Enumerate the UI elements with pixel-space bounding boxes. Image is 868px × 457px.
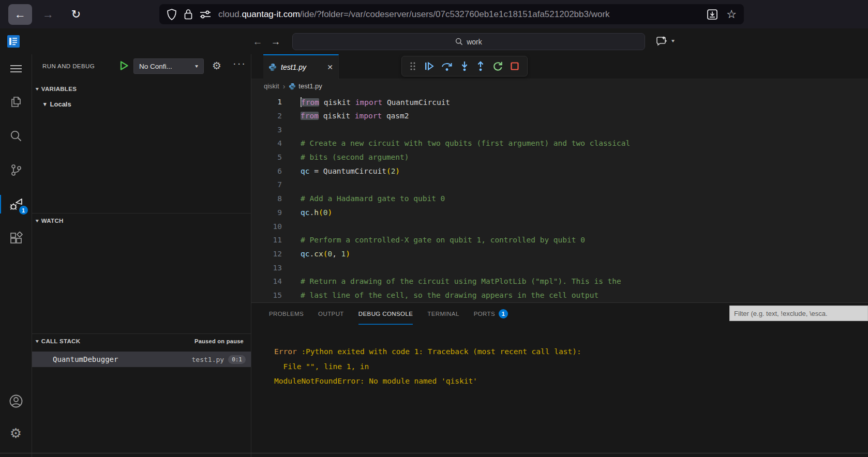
line-number: 13 (251, 264, 282, 272)
code-token: qasm2 (382, 112, 409, 120)
site-permissions-icon[interactable] (200, 10, 211, 19)
search-value: work (467, 38, 482, 46)
panel-tab-label: OUTPUT (318, 311, 344, 317)
code-line[interactable]: 10 (251, 219, 868, 233)
code-token: . (309, 250, 314, 258)
restart-button[interactable] (492, 61, 503, 71)
sidebar-item-extensions[interactable] (0, 226, 32, 251)
console-filter-input[interactable] (729, 306, 868, 321)
chevron-down-icon: ▾ (36, 86, 39, 92)
account-icon (9, 394, 23, 408)
code-editor[interactable]: 1from qiskit import QuantumCircuit2from … (251, 93, 868, 302)
call-stack-frame-row[interactable]: QuantumDebugger test1.py 0:1 (32, 352, 251, 367)
manage-settings-button[interactable]: ⚙ (0, 421, 32, 446)
step-over-button[interactable] (441, 61, 453, 71)
code-line[interactable]: 7 (251, 178, 868, 192)
code-token: # Return a drawing of the circuit using … (301, 277, 621, 285)
line-number: 9 (251, 208, 282, 217)
code-line[interactable]: 4# Create a new circuit with two qubits … (251, 136, 868, 150)
accounts-button[interactable] (0, 389, 32, 414)
forward-arrow-icon: → (42, 9, 54, 20)
code-line[interactable]: 3 (251, 123, 868, 136)
start-debug-button[interactable] (120, 61, 128, 70)
console-line: File "", line 1, in (274, 362, 868, 377)
code-line[interactable]: 1from qiskit import QuantumCircuit (251, 95, 868, 109)
tab-test1-py[interactable]: test1.py ✕ (263, 54, 339, 79)
sidebar-item-run-and-debug[interactable]: 1 (0, 192, 32, 217)
watch-section-header[interactable]: ▾ WATCH (32, 215, 251, 227)
panel-tab-output[interactable]: OUTPUT (318, 303, 344, 325)
paused-status: Paused on pause (194, 338, 244, 344)
line-content: # Perform a controlled-X gate on qubit 1… (301, 236, 585, 244)
sidebar-item-source-control[interactable] (0, 158, 32, 182)
code-token: qc (301, 167, 309, 175)
history-forward-button[interactable]: → (269, 35, 282, 49)
more-actions-button[interactable]: ··· (233, 57, 246, 69)
browser-back-button[interactable]: ← (8, 4, 32, 25)
step-into-button[interactable] (460, 61, 469, 71)
panel-tab-terminal[interactable]: TERMINAL (427, 303, 459, 325)
configure-gear-icon[interactable]: ⚙ (212, 59, 221, 72)
history-back-button[interactable]: ← (251, 35, 264, 49)
debug-toolbar (401, 56, 528, 77)
code-line[interactable]: 12qc.cx(0, 1) (251, 247, 868, 261)
browser-forward-button[interactable]: → (36, 4, 60, 25)
code-line[interactable]: 11# Perform a controlled-X gate on qubit… (251, 233, 868, 247)
code-server-logo (7, 35, 20, 48)
command-center-search[interactable]: work (292, 33, 645, 50)
panel-tab-ports[interactable]: PORTS1 (474, 303, 508, 325)
browser-reload-button[interactable]: ↻ (64, 4, 88, 25)
locals-tree-item[interactable]: ▾ Locals (43, 98, 71, 110)
code-line[interactable]: 15# last line of the cell, so the drawin… (251, 288, 868, 302)
bookmark-star-icon[interactable]: ☆ (726, 9, 737, 20)
line-number: 10 (251, 222, 282, 231)
breadcrumb-file[interactable]: test1.py (298, 82, 322, 90)
menu-button[interactable] (0, 57, 32, 80)
code-token: qiskit (319, 112, 355, 120)
address-bar[interactable]: cloud.quantag-it.com/ide/?folder=/var/co… (159, 4, 744, 24)
code-token: ( (319, 208, 323, 217)
line-content: qc.h(0) (301, 208, 332, 217)
debug-config-dropdown[interactable]: No Confi... ▾ (133, 58, 204, 74)
code-line[interactable]: 14# Return a drawing of the circuit usin… (251, 275, 868, 288)
close-icon[interactable]: ✕ (327, 63, 333, 71)
code-line[interactable]: 2from qiskit import qasm2 (251, 109, 868, 123)
code-line[interactable]: 9qc.h(0) (251, 206, 868, 220)
panel-tab-debug-console[interactable]: DEBUG CONSOLE (358, 303, 413, 325)
code-token: import (355, 98, 382, 106)
gear-icon: ⚙ (10, 426, 22, 440)
stop-button[interactable] (510, 62, 519, 71)
sidebar-item-explorer[interactable] (0, 89, 32, 114)
panel-tab-problems[interactable]: PROBLEMS (269, 303, 304, 325)
code-line[interactable]: 8# Add a Hadamard gate to qubit 0 (251, 192, 868, 206)
code-token: qc (301, 208, 309, 217)
line-number: 8 (251, 194, 282, 203)
line-content: # bits (second argument) (301, 153, 409, 161)
debug-console-output[interactable]: Error :Python exited with code 1: Traceb… (251, 325, 868, 392)
breadcrumb-folder[interactable]: qiskit (264, 82, 279, 90)
code-token: QuantumCircuit (323, 167, 386, 175)
vscode-titlebar: ← → work ▾ (0, 28, 868, 54)
code-line[interactable]: 6qc = QuantumCircuit(2) (251, 164, 868, 178)
breadcrumb[interactable]: qiskit › test1.py (251, 79, 868, 93)
continue-button[interactable] (424, 61, 434, 71)
variables-section-header[interactable]: ▾ VARIABLES (32, 83, 251, 95)
panel-tab-label: PROBLEMS (269, 311, 304, 317)
frame-position-badge: 0:1 (228, 355, 246, 364)
sidebar-item-search[interactable] (0, 124, 32, 148)
call-stack-section-header[interactable]: ▾ CALL STACK Paused on pause (32, 335, 251, 347)
console-token: File "", line 1, in (274, 362, 369, 371)
section-divider (32, 333, 251, 334)
line-number: 1 (251, 98, 282, 106)
drag-grip-icon[interactable] (410, 62, 416, 71)
line-content: from qiskit import QuantumCircuit (301, 97, 450, 107)
variables-label: VARIABLES (41, 86, 77, 92)
save-page-icon[interactable] (707, 9, 718, 20)
back-arrow-icon: ← (14, 9, 26, 20)
bottom-panel: PROBLEMSOUTPUTDEBUG CONSOLETERMINALPORTS… (251, 302, 868, 457)
browser-toolbar: ← → ↻ cloud.quantag-it.com/ide/?folder=/… (0, 0, 868, 28)
code-line[interactable]: 13 (251, 261, 868, 275)
copilot-menu[interactable]: ▾ (656, 35, 675, 47)
code-line[interactable]: 5# bits (second argument) (251, 150, 868, 164)
step-out-button[interactable] (476, 61, 485, 71)
